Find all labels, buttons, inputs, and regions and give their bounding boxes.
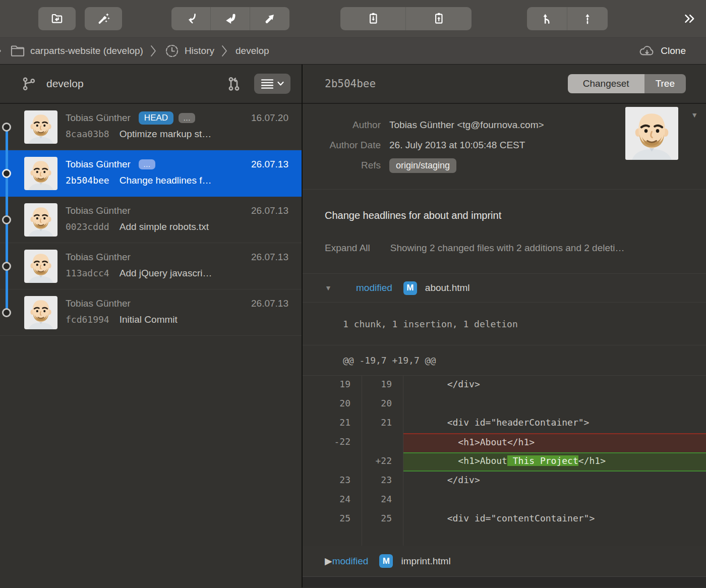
magic-wand-icon xyxy=(96,12,110,26)
commit-date: 26.07.13 xyxy=(251,205,288,216)
collapse-triangle-icon[interactable]: ▼ xyxy=(325,284,333,292)
commit-detail-panel: 2b504bee Changeset Tree Author Tobias Gü… xyxy=(303,65,706,587)
detail-header: 2b504bee Changeset Tree xyxy=(303,65,706,104)
expand-all-button[interactable]: Expand All xyxy=(325,243,370,254)
undo-redo-group xyxy=(171,7,289,30)
avatar xyxy=(24,110,57,144)
arrow-corner-left-icon xyxy=(184,12,198,26)
commit-date: 26.07.13 xyxy=(251,252,288,263)
clone-button[interactable]: Clone xyxy=(638,44,686,58)
avatar xyxy=(24,157,57,190)
commit-row-selected[interactable]: Tobias Günther … 26.07.13 2b504bee Chang… xyxy=(0,150,302,197)
breadcrumb: carparts-website (develop) History devel… xyxy=(0,37,706,65)
refs-label: Refs xyxy=(303,160,389,171)
rebase-button[interactable] xyxy=(567,7,608,30)
open-working-copy-button[interactable] xyxy=(38,7,76,30)
stash-save-button[interactable] xyxy=(340,7,406,30)
expand-triangle-icon[interactable]: ▶ xyxy=(325,555,332,567)
diff-code-line: </div> xyxy=(403,376,706,395)
history-sidebar: develop xyxy=(0,65,303,587)
compare-arrows-icon xyxy=(226,76,242,92)
new-line-number: +22 xyxy=(362,452,403,472)
refs-overflow-badge[interactable]: … xyxy=(139,159,155,169)
file-row-imprint[interactable]: ▶ modified M imprint.html xyxy=(303,546,706,577)
new-line-number: 25 xyxy=(362,510,403,529)
branch-icon xyxy=(21,76,36,91)
double-chevron-right-icon xyxy=(682,11,697,26)
breadcrumb-history-label: History xyxy=(185,45,214,56)
commit-row[interactable]: Tobias Günther 26.07.13 113adcc4 Add jQu… xyxy=(0,243,302,289)
commit-hash: 8caa03b8 xyxy=(66,129,109,139)
diff-code-line: <div id="headerContainer"> xyxy=(403,414,706,433)
quick-actions-button[interactable] xyxy=(85,7,122,30)
undo-button[interactable] xyxy=(211,7,250,30)
commit-hash: 2b504bee xyxy=(66,175,109,186)
file-row-about[interactable]: ▼ modified M about.html xyxy=(303,274,706,303)
curved-arrow-left-icon xyxy=(223,12,238,26)
checkout-button[interactable] xyxy=(171,7,211,30)
author-date-value: 26. July 2013 at 10:05:48 CEST xyxy=(389,140,525,151)
diff-code-line xyxy=(403,491,706,510)
compare-button[interactable] xyxy=(226,76,242,92)
commit-list: Tobias Günther HEAD … 16.07.20 8caa03b8 … xyxy=(0,104,302,587)
old-line-number: 20 xyxy=(303,395,362,414)
list-icon xyxy=(261,78,274,89)
redo-button[interactable] xyxy=(250,7,289,30)
file-name: imprint.html xyxy=(401,556,450,567)
commit-author: Tobias Günther xyxy=(66,252,131,263)
merge-button[interactable] xyxy=(527,7,567,30)
commit-row[interactable]: Tobias Günther 26.07.13 fcd61994 Initial… xyxy=(0,289,302,336)
commit-date: 16.07.20 xyxy=(251,112,288,124)
commit-date: 26.07.13 xyxy=(251,298,288,309)
commit-date: 26.07.13 xyxy=(251,159,288,170)
commit-hash: 113adcc4 xyxy=(66,268,109,278)
file-status: modified xyxy=(356,282,392,293)
diff-deleted-line: <h1>About</h1> xyxy=(403,433,706,452)
folder-icon xyxy=(10,44,25,57)
breadcrumb-history[interactable]: History xyxy=(164,43,214,58)
ref-badge-origin-staging[interactable]: origin/staging xyxy=(389,158,456,173)
clock-icon xyxy=(164,43,180,58)
modified-badge: M xyxy=(379,554,393,568)
diff-filler xyxy=(362,529,403,546)
avatar-disclosure-triangle[interactable]: ▼ xyxy=(691,111,698,119)
breadcrumb-branch[interactable]: develop xyxy=(236,45,269,56)
commit-author: Tobias Günther xyxy=(66,112,131,124)
commit-graph-node xyxy=(2,123,11,132)
commit-subject: Initial Commit xyxy=(120,314,178,325)
stash-apply-button[interactable] xyxy=(406,7,472,30)
clone-label: Clone xyxy=(661,45,686,56)
file-status: modified xyxy=(332,556,369,567)
new-line-number: 19 xyxy=(362,376,403,395)
old-line-number: -22 xyxy=(303,433,362,452)
commit-graph-node xyxy=(2,308,11,317)
commit-row[interactable]: Tobias Günther 26.07.13 0023cddd Add sim… xyxy=(0,197,302,243)
author-date-label: Author Date xyxy=(303,140,389,151)
avatar xyxy=(24,203,57,237)
old-line-number xyxy=(303,452,362,472)
tab-changeset[interactable]: Changeset xyxy=(568,74,644,93)
sidebar-header: develop xyxy=(0,65,302,104)
commit-message: Change headlines for about and imprint xyxy=(325,210,691,221)
list-options-dropdown[interactable] xyxy=(254,74,290,94)
commit-graph-node xyxy=(2,215,11,224)
commit-author: Tobias Günther xyxy=(66,205,131,216)
detail-commit-hash: 2b504bee xyxy=(325,78,376,90)
cloud-download-icon xyxy=(638,44,656,58)
breadcrumb-repo-label: carparts-website (develop) xyxy=(30,45,143,56)
stash-clipboard-down-icon xyxy=(367,12,380,26)
inline-addition-highlight: This Project xyxy=(507,455,578,466)
refs-overflow-badge[interactable]: … xyxy=(179,113,195,123)
breadcrumb-repo[interactable]: carparts-website (develop) xyxy=(10,44,143,57)
tab-tree[interactable]: Tree xyxy=(644,74,686,93)
commit-graph-node xyxy=(2,169,11,178)
stash-group xyxy=(340,7,472,30)
author-label: Author xyxy=(303,120,389,131)
new-line-number: 21 xyxy=(362,414,403,433)
modified-badge: M xyxy=(403,281,417,295)
avatar xyxy=(24,250,57,283)
old-line-number: 21 xyxy=(303,414,362,433)
toolbar-overflow-button[interactable] xyxy=(682,11,697,26)
bottom-strip xyxy=(303,577,706,587)
commit-row[interactable]: Tobias Günther HEAD … 16.07.20 8caa03b8 … xyxy=(0,104,302,150)
